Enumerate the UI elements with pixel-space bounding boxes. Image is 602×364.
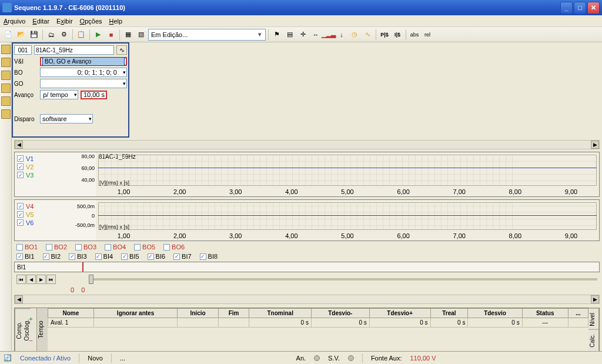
rel-button[interactable]: rel [422,29,433,41]
seq-num-input[interactable] [14,45,32,55]
bi2-checkbox[interactable]: ✓ [43,253,49,260]
mode-combo[interactable]: Em Edição... [148,29,266,41]
menu-arquivo[interactable]: AArquivorquivo [4,18,25,25]
cell-tdesvio[interactable]: 0 s [468,318,522,327]
menu-exibir[interactable]: Exibir [56,18,73,25]
bi7-checkbox[interactable]: ✓ [173,253,180,260]
stop-button[interactable]: ■ [105,29,117,41]
v5-checkbox[interactable]: ✓ [17,211,24,218]
bo3-checkbox[interactable] [75,244,82,251]
chart-2-plot[interactable]: [V](rms) x [s] 1,00 2,00 3,00 4,00 5,00 … [96,200,599,241]
slider-thumb[interactable] [89,275,93,284]
scroll-right-icon[interactable]: ▶ [591,295,599,303]
side-btn-5[interactable] [1,96,11,106]
tab-nivel[interactable]: Nível [588,308,599,330]
v3-checkbox[interactable]: ✓ [17,172,24,178]
th-tdesvio[interactable]: Tdesvio [468,308,522,318]
config-button[interactable]: ⚙ [58,29,70,41]
side-btn-1[interactable] [1,45,11,54]
menu-help[interactable]: Help [109,18,123,25]
th-ignorar[interactable]: Ignorar antes [93,308,178,318]
cell-more[interactable] [568,318,588,327]
th-tdp[interactable]: Tdesvio+ [369,308,430,318]
scroll-right-icon[interactable]: ▶ [591,141,599,149]
tool-clock-icon[interactable]: ◷ [349,29,360,41]
abs-button[interactable]: abs [409,29,420,41]
seq-wave-icon[interactable]: ∿ [116,45,127,55]
tool-wave-icon[interactable]: ▁▂▃ [323,29,335,41]
view2-button[interactable]: ▧ [135,29,147,41]
menu-editar[interactable]: Editar [32,18,49,25]
slider-track[interactable] [89,278,597,280]
cell-tdp[interactable]: 0 s [369,318,430,327]
settings-button[interactable]: 🗂 [45,29,57,41]
cell-tnom[interactable]: 0 s [249,318,311,327]
cell-tdm[interactable]: 0 s [311,318,369,327]
props-button[interactable]: 📋 [75,29,87,41]
disparo-dropdown[interactable]: software [40,114,93,123]
new-button[interactable]: 📄 [2,29,14,41]
open-button[interactable]: 📂 [15,29,27,41]
slider-prev2[interactable]: ⏮ [16,275,26,284]
tool-is-button[interactable]: I|$ [392,29,403,41]
maximize-button[interactable]: □ [574,2,586,14]
side-btn-2[interactable] [1,58,11,67]
play-button[interactable]: ▶ [92,29,104,41]
bo5-checkbox[interactable] [134,244,141,251]
v4-checkbox[interactable]: ✓ [17,203,24,209]
v1-checkbox[interactable]: ✓ [17,155,24,162]
bi5-checkbox[interactable]: ✓ [121,253,128,260]
bi1-checkbox[interactable]: ✓ [16,253,23,260]
bi8-checkbox[interactable]: ✓ [200,253,206,260]
tool-grid-icon[interactable]: ▤ [284,29,296,41]
bo4-checkbox[interactable] [105,244,111,251]
cell-fim[interactable] [218,318,249,327]
slider-prev[interactable]: ◀ [26,275,36,284]
bo-dropdown[interactable]: 0; 0; 1; 1; 0; 0 [40,68,127,77]
bi3-checkbox[interactable]: ✓ [69,253,75,260]
th-tnominal[interactable]: Tnominal [249,308,311,318]
avanco-time-input[interactable]: 10,00 s [81,91,107,99]
table-row[interactable]: Aval. 1 0 s 0 s 0 s 0 s 0 s --- [48,318,588,327]
slider-next2[interactable]: ⏭ [46,275,56,284]
cell-ignorar[interactable] [93,318,178,327]
th-status[interactable]: Status [522,308,568,318]
th-inicio[interactable]: Início [178,308,218,318]
tool-down-icon[interactable]: ↓ [336,29,347,41]
cell-treal[interactable]: 0 s [430,318,468,327]
tab-oscilog[interactable]: Oscilog. [23,308,31,351]
bi-timeline[interactable]: BI1 [14,262,600,272]
scroll-left-icon[interactable]: ◀ [15,141,23,149]
tab-calc[interactable]: Calc. [588,329,599,351]
slider-next[interactable]: ▶ [36,275,46,284]
tab-comp[interactable]: Comp. [15,308,23,351]
bo6-checkbox[interactable] [163,244,170,251]
cell-nome[interactable]: Aval. 1 [48,318,94,327]
scroll-left-icon[interactable]: ◀ [15,295,23,303]
bi6-checkbox[interactable]: ✓ [148,253,154,260]
tool-sine-icon[interactable]: ∿ [362,29,373,41]
th-more[interactable]: ... [568,308,588,318]
th-tdm[interactable]: Tdesvio- [311,308,369,318]
status-refresh-icon[interactable]: 🔄 [4,354,12,362]
bo2-checkbox[interactable] [46,244,52,251]
side-btn-6[interactable] [1,109,11,119]
side-btn-3[interactable] [1,71,11,80]
tool-cursor-icon[interactable]: ↔ [310,29,322,41]
tool-flag-icon[interactable]: ⚑ [271,29,283,41]
horizontal-scroll[interactable]: ◀ ▶ [14,140,600,149]
avanco-mode-dropdown[interactable]: p/ tempo [40,90,78,99]
view1-button[interactable]: ▦ [122,29,134,41]
vei-value-highlight[interactable]: BO, GO e Avanço [42,57,125,66]
bo1-checkbox[interactable] [16,244,23,251]
menu-opcoes[interactable]: Opções [80,18,102,25]
cell-status[interactable]: --- [522,318,568,327]
v6-checkbox[interactable]: ✓ [17,219,24,226]
chart-1-plot[interactable]: 81AC-1_59Hz [V](rms) x [s] 1,00 2,00 3,0… [96,152,599,196]
bi4-checkbox[interactable]: ✓ [95,253,102,260]
tab-tempo[interactable]: Tempo [37,308,48,351]
tool-plus-icon[interactable]: ✛ [297,29,309,41]
seq-name-input[interactable] [34,45,114,55]
minimize-button[interactable]: _ [560,2,573,14]
tool-ps-button[interactable]: P|$ [379,29,390,41]
